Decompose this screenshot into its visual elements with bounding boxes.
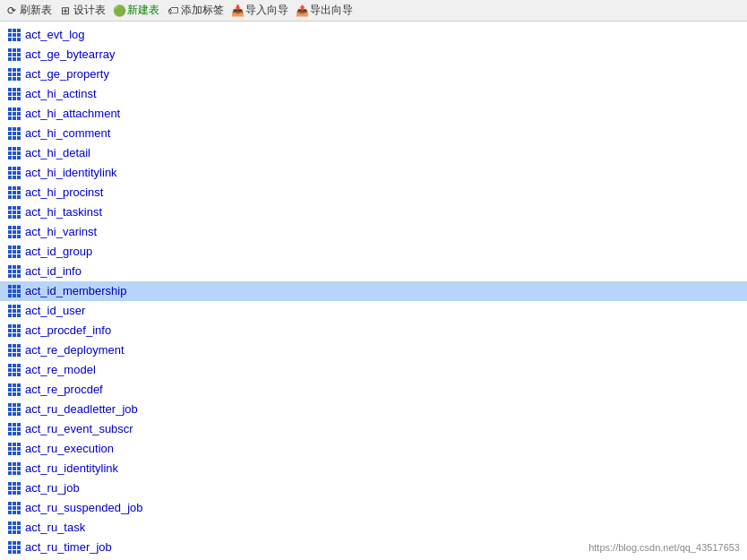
table-name-label: act_ru_task (25, 519, 85, 537)
table-grid-icon (7, 28, 21, 42)
toolbar-item-import[interactable]: 📥 导入向导 (231, 3, 288, 18)
table-grid-icon (7, 481, 21, 495)
table-row[interactable]: act_id_info (0, 262, 747, 281)
table-row[interactable]: act_id_membership (0, 281, 747, 301)
watermark: https://blog.csdn.net/qq_43517653 (588, 542, 740, 553)
table-name-label: act_hi_identitylink (25, 164, 117, 182)
table-grid-icon (7, 185, 21, 200)
table-name-label: act_id_group (25, 243, 92, 261)
import-icon: 📥 (231, 4, 244, 17)
table-grid-icon (7, 284, 21, 298)
table-list: act_evt_logact_ge_bytearrayact_ge_proper… (0, 25, 747, 560)
table-grid-icon (7, 422, 21, 436)
table-name-label: act_ru_deadletter_job (25, 401, 138, 418)
toolbar-item-export[interactable]: 📤 导出向导 (296, 3, 353, 18)
export-icon: 📤 (296, 4, 308, 17)
table-grid-icon (7, 264, 21, 279)
toolbar-item-tag[interactable]: 🏷 添加标签 (167, 3, 224, 18)
table-row[interactable]: act_hi_taskinst (0, 202, 747, 222)
table-name-label: act_id_info (25, 263, 82, 280)
table-name-label: act_ru_execution (25, 440, 114, 458)
toolbar-item-design[interactable]: ⊞ 设计表 (59, 3, 106, 18)
table-name-label: act_hi_actinst (25, 85, 97, 103)
table-grid-icon (7, 67, 21, 82)
table-row[interactable]: act_re_deployment (0, 340, 747, 360)
table-name-label: act_hi_taskinst (25, 203, 102, 221)
table-row[interactable]: act_ru_identitylink (0, 459, 747, 478)
new-icon: 🟢 (113, 4, 125, 17)
table-list-container: act_evt_logact_ge_bytearrayact_ge_proper… (0, 22, 747, 560)
table-name-label: act_re_procdef (25, 381, 103, 399)
table-row[interactable]: act_ru_task (0, 518, 747, 538)
table-name-label: act_ge_bytearray (25, 46, 115, 64)
table-row[interactable]: act_hi_actinst (0, 84, 747, 104)
table-grid-icon (7, 304, 21, 318)
table-name-label: act_hi_detail (25, 144, 90, 162)
table-name-label: act_hi_procinst (25, 184, 103, 202)
table-row[interactable]: act_ge_property (0, 65, 747, 84)
table-row[interactable]: act_hi_attachment (0, 104, 747, 124)
table-grid-icon (7, 245, 21, 259)
table-name-label: act_ru_event_subscr (25, 420, 133, 438)
table-row[interactable]: act_re_model (0, 360, 747, 380)
table-grid-icon (7, 402, 21, 417)
table-grid-icon (7, 383, 21, 397)
table-name-label: act_ru_identitylink (25, 460, 118, 478)
table-name-label: act_hi_comment (25, 125, 110, 142)
tag-icon: 🏷 (167, 4, 179, 17)
table-grid-icon (7, 166, 21, 180)
table-grid-icon (7, 442, 21, 456)
table-grid-icon (7, 146, 21, 160)
toolbar: ⟳ 刷新表 ⊞ 设计表 🟢 新建表 🏷 添加标签 📥 导入向导 📤 导出向导 (0, 0, 747, 22)
table-name-label: act_ru_timer_job (25, 538, 112, 556)
table-row[interactable]: act_hi_procinst (0, 183, 747, 202)
table-row[interactable]: act_procdef_info (0, 321, 747, 340)
table-grid-icon (7, 47, 21, 62)
table-grid-icon (7, 126, 21, 141)
table-grid-icon (7, 225, 21, 239)
table-row[interactable]: act_id_user (0, 301, 747, 321)
table-grid-icon (7, 461, 21, 476)
table-row[interactable]: act_ru_event_subscr (0, 419, 747, 439)
table-name-label: act_ru_job (25, 479, 80, 497)
table-name-label: act_re_model (25, 361, 96, 379)
table-name-label: act_ru_suspended_job (25, 499, 143, 517)
table-row[interactable]: act_hi_identitylink (0, 163, 747, 183)
toolbar-item-new[interactable]: 🟢 新建表 (113, 3, 159, 18)
table-name-label: act_hi_attachment (25, 105, 120, 123)
table-grid-icon (7, 501, 21, 515)
table-grid-icon (7, 343, 21, 358)
table-row[interactable]: act_evt_log (0, 25, 747, 45)
table-row[interactable]: act_re_procdef (0, 380, 747, 400)
table-grid-icon (7, 205, 21, 220)
table-name-label: act_id_membership (25, 282, 126, 300)
table-row[interactable]: act_ru_execution (0, 439, 747, 459)
table-grid-icon (7, 107, 21, 121)
table-name-label: act_hi_varinst (25, 223, 97, 241)
table-row[interactable]: act_hi_detail (0, 143, 747, 163)
refresh-icon: ⟳ (5, 4, 18, 17)
table-name-label: act_procdef_info (25, 322, 111, 340)
table-name-label: act_ge_property (25, 65, 109, 83)
table-row[interactable]: act_ge_bytearray (0, 45, 747, 65)
table-row[interactable]: act_hi_comment (0, 124, 747, 143)
design-icon: ⊞ (59, 4, 72, 17)
table-row[interactable]: act_hi_varinst (0, 222, 747, 242)
toolbar-item-refresh[interactable]: ⟳ 刷新表 (5, 3, 52, 18)
table-name-label: act_evt_log (25, 26, 85, 44)
table-row[interactable]: act_ru_job (0, 478, 747, 498)
table-grid-icon (7, 87, 21, 101)
table-row[interactable]: act_id_group (0, 242, 747, 262)
table-grid-icon (7, 323, 21, 338)
table-grid-icon (7, 363, 21, 377)
table-grid-icon (7, 540, 21, 555)
table-name-label: act_re_deployment (25, 341, 124, 359)
table-row[interactable]: act_ru_deadletter_job (0, 400, 747, 419)
table-grid-icon (7, 521, 21, 535)
table-name-label: act_id_user (25, 302, 85, 320)
table-row[interactable]: act_ru_suspended_job (0, 498, 747, 518)
